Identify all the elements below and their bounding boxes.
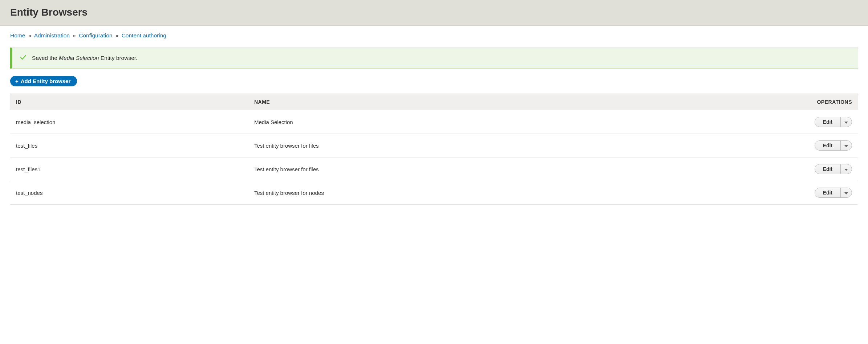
- cell-operations: Edit: [628, 157, 858, 181]
- cell-id: test_files: [10, 134, 248, 157]
- cell-operations: Edit: [628, 134, 858, 157]
- header-bar: Entity Browsers: [0, 0, 868, 26]
- svg-marker-3: [844, 192, 848, 194]
- breadcrumb-link-content-authoring[interactable]: Content authoring: [122, 32, 166, 38]
- cell-id: test_nodes: [10, 181, 248, 205]
- operations-toggle[interactable]: [841, 117, 852, 127]
- column-header-id: ID: [10, 94, 248, 110]
- table-row: test_files1 Test entity browser for file…: [10, 157, 858, 181]
- operations-dropbutton: Edit: [815, 117, 852, 127]
- entity-browser-table: ID NAME OPERATIONS media_selection Media…: [10, 94, 858, 205]
- status-message: Saved the Media Selection Entity browser…: [10, 48, 858, 69]
- edit-button[interactable]: Edit: [815, 188, 841, 197]
- caret-down-icon: [844, 119, 848, 125]
- cell-name: Test entity browser for nodes: [248, 181, 628, 205]
- operations-dropbutton: Edit: [815, 140, 852, 151]
- breadcrumb-separator: »: [28, 32, 32, 38]
- add-entity-browser-button[interactable]: + Add Entity browser: [10, 76, 77, 86]
- message-emphasis: Media Selection: [59, 55, 99, 61]
- edit-button[interactable]: Edit: [815, 117, 841, 127]
- status-message-text: Saved the Media Selection Entity browser…: [32, 55, 137, 61]
- svg-marker-0: [844, 122, 848, 124]
- svg-marker-2: [844, 169, 848, 171]
- caret-down-icon: [844, 167, 848, 172]
- operations-dropbutton: Edit: [815, 188, 852, 198]
- content-region: Home » Administration » Configuration » …: [0, 26, 868, 219]
- message-prefix: Saved the: [32, 55, 59, 61]
- table-row: media_selection Media Selection Edit: [10, 110, 858, 134]
- operations-toggle[interactable]: [841, 188, 852, 197]
- breadcrumb-separator: »: [115, 32, 119, 38]
- message-suffix: Entity browser.: [99, 55, 137, 61]
- cell-operations: Edit: [628, 181, 858, 205]
- table-header-row: ID NAME OPERATIONS: [10, 94, 858, 110]
- add-button-label: Add Entity browser: [21, 78, 71, 84]
- edit-button[interactable]: Edit: [815, 164, 841, 174]
- svg-marker-1: [844, 145, 848, 147]
- cell-id: test_files1: [10, 157, 248, 181]
- breadcrumb-link-home[interactable]: Home: [10, 32, 25, 38]
- column-header-name: NAME: [248, 94, 628, 110]
- breadcrumb-link-configuration[interactable]: Configuration: [79, 32, 112, 38]
- edit-button[interactable]: Edit: [815, 141, 841, 150]
- operations-toggle[interactable]: [841, 164, 852, 174]
- cell-name: Test entity browser for files: [248, 157, 628, 181]
- breadcrumb-separator: »: [73, 32, 76, 38]
- plus-icon: +: [15, 78, 19, 84]
- cell-name: Media Selection: [248, 110, 628, 134]
- caret-down-icon: [844, 190, 848, 196]
- caret-down-icon: [844, 143, 848, 148]
- column-header-operations: OPERATIONS: [628, 94, 858, 110]
- operations-toggle[interactable]: [841, 141, 852, 150]
- checkmark-icon: [20, 54, 27, 62]
- cell-name: Test entity browser for files: [248, 134, 628, 157]
- breadcrumb: Home » Administration » Configuration » …: [10, 32, 858, 39]
- table-row: test_nodes Test entity browser for nodes…: [10, 181, 858, 205]
- page-title: Entity Browsers: [10, 7, 858, 18]
- cell-id: media_selection: [10, 110, 248, 134]
- cell-operations: Edit: [628, 110, 858, 134]
- breadcrumb-link-administration[interactable]: Administration: [34, 32, 70, 38]
- operations-dropbutton: Edit: [815, 164, 852, 174]
- table-row: test_files Test entity browser for files…: [10, 134, 858, 157]
